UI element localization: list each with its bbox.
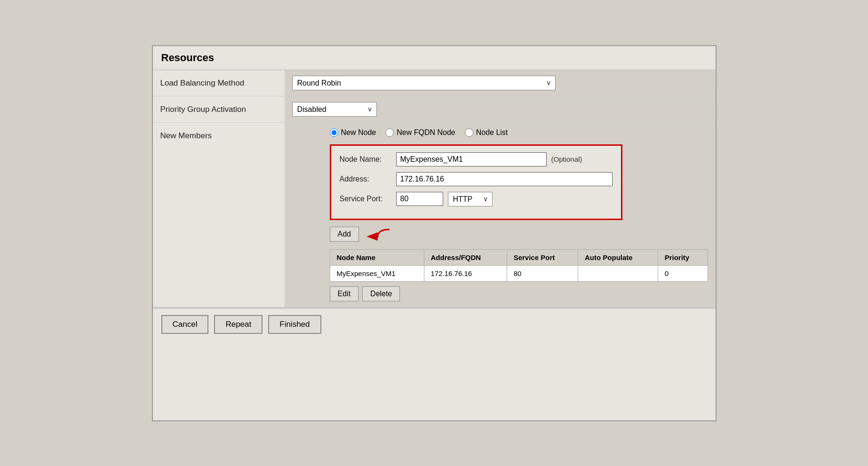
new-node-label: New Node — [341, 128, 376, 137]
new-members-cell: New Node New FQDN Node Node List — [285, 122, 716, 307]
form-table: Load Balancing Method Round Robin Least … — [153, 70, 716, 308]
col-node-name: Node Name — [330, 249, 424, 265]
optional-text: (Optional) — [551, 155, 582, 163]
load-balancing-input-cell: Round Robin Least Connections Fastest Ob… — [285, 70, 716, 96]
load-balancing-select[interactable]: Round Robin Least Connections Fastest Ob… — [292, 76, 556, 90]
bottom-bar: Cancel Repeat Finished — [153, 308, 716, 340]
arrow-annotation — [364, 227, 392, 241]
priority-group-input-cell: Disabled Enabled — [285, 96, 716, 122]
node-list-label: Node List — [476, 128, 508, 137]
node-type-radio-group: New Node New FQDN Node Node List — [330, 128, 708, 137]
node-name-row: Node Name: (Optional) — [340, 152, 613, 166]
finished-button[interactable]: Finished — [268, 315, 321, 334]
edit-button[interactable]: Edit — [330, 286, 359, 301]
priority-group-select-wrapper: Disabled Enabled — [292, 102, 377, 117]
node-name-label: Node Name: — [340, 155, 391, 164]
row-address: 172.16.76.16 — [424, 265, 507, 281]
members-table-head: Node Name Address/FQDN Service Port Auto… — [330, 249, 708, 265]
new-node-radio[interactable] — [330, 128, 338, 137]
service-port-input[interactable] — [396, 192, 443, 206]
service-port-label: Service Port: — [340, 195, 391, 203]
repeat-button[interactable]: Repeat — [214, 315, 263, 334]
new-fqdn-node-label: New FQDN Node — [397, 128, 455, 137]
col-service-port: Service Port — [507, 249, 578, 265]
add-button-row: Add — [330, 227, 708, 242]
node-list-radio-label[interactable]: Node List — [465, 128, 508, 137]
new-members-label: New Members — [153, 122, 285, 307]
row-priority: 0 — [658, 265, 708, 281]
window-title: Resources — [153, 46, 716, 70]
new-members-row: New Members New Node New FQDN Node Node … — [153, 122, 716, 307]
node-fields-box: Node Name: (Optional) Address: Service P… — [330, 144, 622, 220]
resources-window: Resources Load Balancing Method Round Ro… — [152, 45, 717, 421]
col-priority: Priority — [658, 249, 708, 265]
members-table-header-row: Node Name Address/FQDN Service Port Auto… — [330, 249, 708, 265]
priority-group-label: Priority Group Activation — [153, 96, 285, 122]
load-balancing-row: Load Balancing Method Round Robin Least … — [153, 70, 716, 96]
arrow-svg — [364, 227, 392, 241]
node-list-radio[interactable] — [465, 128, 473, 137]
members-table: Node Name Address/FQDN Service Port Auto… — [330, 249, 708, 282]
delete-button[interactable]: Delete — [362, 286, 400, 301]
members-table-body: MyExpenses_VM1 172.16.76.16 80 0 — [330, 265, 708, 281]
add-button[interactable]: Add — [330, 227, 359, 242]
address-label: Address: — [340, 175, 391, 183]
service-port-protocol-select[interactable]: HTTP HTTPS FTP SSH Any — [448, 192, 493, 206]
new-fqdn-node-radio-label[interactable]: New FQDN Node — [385, 128, 455, 137]
row-service-port: 80 — [507, 265, 578, 281]
load-balancing-label: Load Balancing Method — [153, 70, 285, 96]
node-name-input[interactable] — [396, 152, 547, 166]
col-address-fqdn: Address/FQDN — [424, 249, 507, 265]
priority-group-row: Priority Group Activation Disabled Enabl… — [153, 96, 716, 122]
row-auto-populate — [578, 265, 658, 281]
table-row: MyExpenses_VM1 172.16.76.16 80 0 — [330, 265, 708, 281]
new-node-radio-label[interactable]: New Node — [330, 128, 376, 137]
load-balancing-select-wrapper: Round Robin Least Connections Fastest Ob… — [292, 76, 556, 90]
service-port-protocol-wrapper: HTTP HTTPS FTP SSH Any — [448, 192, 493, 206]
row-node-name: MyExpenses_VM1 — [330, 265, 424, 281]
table-actions: Edit Delete — [330, 286, 708, 301]
col-auto-populate: Auto Populate — [578, 249, 658, 265]
address-input[interactable] — [396, 172, 613, 186]
address-row: Address: — [340, 172, 613, 186]
priority-group-select[interactable]: Disabled Enabled — [292, 102, 377, 117]
new-fqdn-node-radio[interactable] — [385, 128, 394, 137]
service-port-row: Service Port: HTTP HTTPS FTP SSH Any — [340, 192, 613, 206]
cancel-button[interactable]: Cancel — [161, 315, 209, 334]
